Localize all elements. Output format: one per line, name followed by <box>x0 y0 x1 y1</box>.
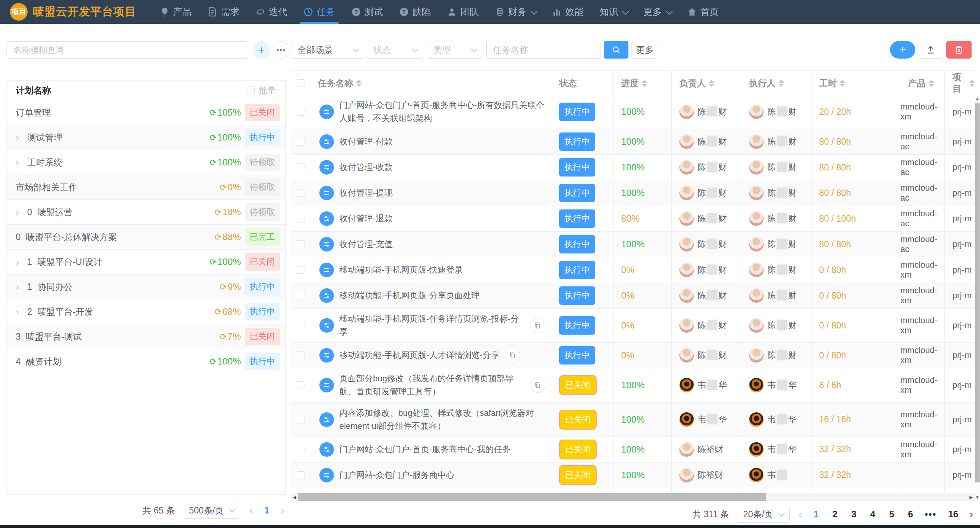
add-task-button[interactable]: + <box>890 41 915 59</box>
nav-item-iteration[interactable]: 迭代 <box>247 0 295 24</box>
column-header-5[interactable]: 执行人 <box>741 71 811 95</box>
copy-icon[interactable] <box>530 378 545 393</box>
row-checkbox[interactable] <box>297 416 304 423</box>
row-checkbox[interactable] <box>297 138 304 145</box>
nav-item-performance[interactable]: 效能 <box>544 0 592 24</box>
column-header-4[interactable]: 负责人 <box>671 71 741 95</box>
row-checkbox[interactable] <box>297 446 304 453</box>
page-button-16[interactable]: 16 <box>946 509 961 520</box>
task-name[interactable]: 门户网站-众包门户-首页-服务商中心-我的任务 <box>339 443 510 456</box>
row-checkbox[interactable] <box>297 471 304 479</box>
task-row[interactable]: 收付管理-提现执行中100%陈财陈财80 / 80hmmcloud-acprj-… <box>291 180 975 206</box>
vertical-scrollbar-thumb[interactable] <box>975 103 980 482</box>
plan-row[interactable]: 订单管理⟳105%已关闭 <box>7 100 285 125</box>
task-name[interactable]: 内容添加修改、bug处理、样式修改（safari浏览器对element ui部分… <box>339 407 545 433</box>
plan-page-size-select[interactable]: 500条/页 <box>183 502 241 519</box>
task-name[interactable]: 移动端功能-手机网页版-任务详情页浏览-投标-分享 <box>339 312 525 338</box>
task-name[interactable]: 收付管理-提现 <box>339 186 393 199</box>
expand-caret-icon[interactable]: › <box>16 306 27 318</box>
task-row[interactable]: 收付管理-充值执行中100%陈财陈财80 / 80hmmcloud-acprj-… <box>291 232 975 257</box>
status-select[interactable]: 状态 <box>367 41 423 59</box>
plan-row[interactable]: ›1协同办公⟳9%执行中 <box>7 275 285 299</box>
task-row[interactable]: 门户网站-众包门户-首页-服务商中心-我的任务已关闭100%陈裕财韦华32 / … <box>291 437 975 463</box>
horizontal-scrollbar[interactable]: ◄ ► <box>291 493 975 501</box>
nav-item-product[interactable]: 产品 <box>152 0 200 24</box>
task-row[interactable]: 移动端功能-手机网页版-人才详情浏览-分享执行中0%陈财陈财0 / 80hmmc… <box>291 343 975 368</box>
select-all-checkbox[interactable] <box>297 79 304 87</box>
row-checkbox[interactable] <box>297 322 304 329</box>
nav-item-more[interactable]: 更多 <box>635 0 679 24</box>
task-row[interactable]: 移动端功能-手机网页版-任务详情页浏览-投标-分享执行中0%陈财陈财0 / 80… <box>291 309 975 343</box>
task-row[interactable]: 收付管理-收款执行中100%陈财陈财80 / 80hmmcloud-acprj-… <box>291 155 975 180</box>
task-row[interactable]: 收付管理-退款执行中80%陈财陈财80 / 100hmmcloud-acprj-… <box>291 206 975 232</box>
column-header-3[interactable]: 进度 <box>613 71 671 95</box>
task-prev-page-button[interactable]: ‹ <box>797 508 804 520</box>
more-filters-button[interactable]: 更多 <box>632 41 658 59</box>
scroll-down-arrow[interactable]: ▼ <box>975 495 980 500</box>
task-name[interactable]: 门户网站-众包门户-服务商中心 <box>339 469 455 482</box>
row-checkbox[interactable] <box>297 189 304 197</box>
row-checkbox[interactable] <box>297 381 304 389</box>
task-name[interactable]: 门户网站-众包门户-首页-服务商中心-所有数据只关联个人账号，不关联组织架构 <box>339 99 545 125</box>
scroll-right-arrow[interactable]: ► <box>968 494 975 500</box>
row-checkbox[interactable] <box>297 292 304 299</box>
page-button-2[interactable]: 2 <box>830 509 840 520</box>
nav-item-home[interactable]: 首页 <box>679 0 727 24</box>
expand-caret-icon[interactable]: › <box>16 281 27 293</box>
page-button-5[interactable]: 5 <box>887 509 897 520</box>
expand-caret-icon[interactable]: › <box>16 132 27 144</box>
sort-caret-icon[interactable] <box>356 80 362 87</box>
plan-next-page-button[interactable]: › <box>279 505 286 517</box>
plan-row[interactable]: 0唛盟平台-总体解决方案⟳88%已完工 <box>7 225 285 250</box>
task-name[interactable]: 收付管理-收款 <box>339 161 393 174</box>
nav-item-defects[interactable]: ?缺陷 <box>391 0 439 24</box>
task-next-page-button[interactable]: › <box>968 508 975 520</box>
row-checkbox[interactable] <box>297 240 304 248</box>
search-button[interactable] <box>604 41 628 59</box>
sort-caret-icon[interactable] <box>642 80 647 87</box>
plan-prev-page-button[interactable]: ‹ <box>248 505 254 517</box>
scroll-up-arrow[interactable]: ▲ <box>975 96 980 101</box>
sort-caret-icon[interactable] <box>779 80 784 87</box>
nav-item-team[interactable]: 团队 <box>439 0 487 24</box>
task-name[interactable]: 收付管理-付款 <box>339 135 393 148</box>
plan-row[interactable]: ›测试管理⟳100%执行中 <box>7 125 285 150</box>
task-row[interactable]: 收付管理-付款执行中100%陈财陈财80 / 80hmmcloud-acprj-… <box>291 129 975 155</box>
task-name-input[interactable] <box>486 41 600 59</box>
expand-caret-icon[interactable]: › <box>16 157 27 168</box>
nav-item-testing[interactable]: ?测试 <box>343 0 391 24</box>
task-row[interactable] <box>291 488 975 493</box>
type-select[interactable]: 类型 <box>427 41 482 59</box>
expand-caret-icon[interactable]: › <box>16 206 27 218</box>
plan-row[interactable]: ›2唛盟平台-开发⟳68%执行中 <box>7 299 285 324</box>
vertical-scrollbar[interactable]: ▲ ▼ <box>975 95 980 501</box>
scroll-left-arrow[interactable]: ◄ <box>291 494 298 500</box>
task-name[interactable]: 收付管理-退款 <box>339 212 393 225</box>
page-button-4[interactable]: 4 <box>868 509 877 520</box>
copy-icon[interactable] <box>505 348 520 363</box>
page-button-6[interactable]: 6 <box>906 509 915 520</box>
plan-page-1[interactable]: 1 <box>262 505 272 516</box>
sort-caret-icon[interactable] <box>840 80 845 87</box>
nav-item-finance[interactable]: 财务 <box>487 0 544 24</box>
upload-button[interactable] <box>918 41 943 59</box>
plan-row[interactable]: ›1唛盟平台-UI设计⟳100%已关闭 <box>7 250 285 275</box>
delete-button[interactable] <box>946 41 972 59</box>
nav-item-tasks[interactable]: 任务 <box>295 0 343 24</box>
sort-caret-icon[interactable] <box>709 80 714 87</box>
task-row[interactable]: 门户网站-众包门户-首页-服务商中心-所有数据只关联个人账号，不关联组织架构执行… <box>291 95 975 129</box>
expand-caret-icon[interactable]: › <box>16 256 27 268</box>
plan-more-button[interactable]: ••• <box>273 41 290 59</box>
page-button-1[interactable]: 1 <box>811 509 821 520</box>
column-header-6[interactable]: 工时 <box>811 71 900 95</box>
sort-caret-icon[interactable] <box>969 80 975 87</box>
nav-item-knowledge[interactable]: 知识 <box>592 0 635 24</box>
task-row[interactable]: 移动端功能-手机网页版-分享页面处理执行中0%陈财陈财0 / 80hmmclou… <box>291 283 975 309</box>
scene-select[interactable]: 全部场景 <box>291 41 364 59</box>
task-name[interactable]: 页面部分bug修改（我发布的任务详情页顶部导航、首页研发管理工具等） <box>339 372 525 398</box>
sort-caret-icon[interactable] <box>929 80 934 87</box>
plan-row[interactable]: 3唛盟平台-测试⟳7%已关闭 <box>7 324 285 349</box>
task-row[interactable]: 移动端功能-手机网页版-快速登录执行中0%陈财陈财0 / 80hmmcloud-… <box>291 257 975 283</box>
row-checkbox[interactable] <box>297 108 304 116</box>
row-checkbox[interactable] <box>297 163 304 171</box>
